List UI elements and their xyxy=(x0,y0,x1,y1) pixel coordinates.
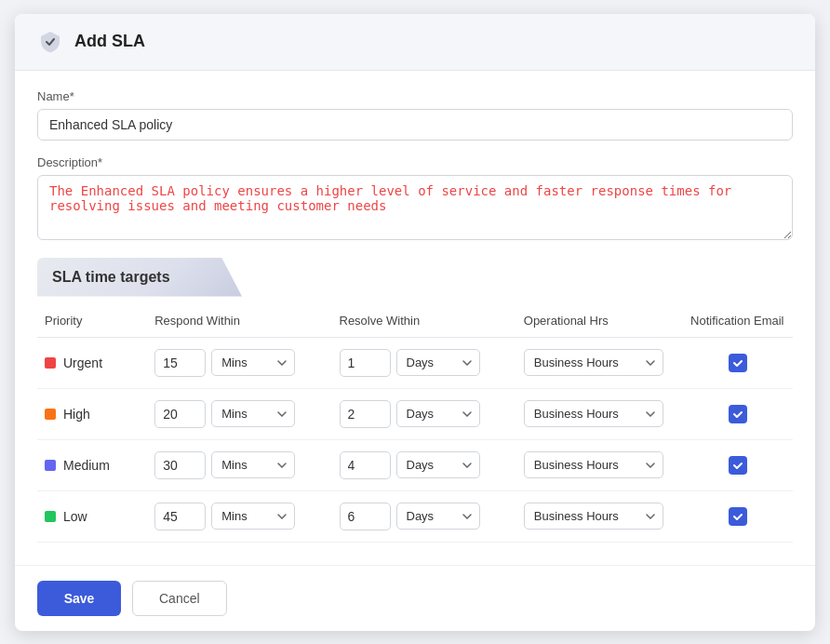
ops-select[interactable]: Business HoursCalendar Hours24/7 xyxy=(524,349,663,376)
resolve-unit-select[interactable]: MinsHoursDays xyxy=(396,451,480,478)
priority-label: Urgent xyxy=(63,356,102,370)
ops-cell: Business HoursCalendar Hours24/7 xyxy=(516,490,683,542)
respond-unit-select[interactable]: MinsHoursDays xyxy=(211,503,295,530)
respond-value-input[interactable] xyxy=(154,451,206,479)
respond-cell: MinsHoursDays xyxy=(147,337,331,388)
resolve-value-input[interactable] xyxy=(340,349,391,377)
notif-checkbox[interactable] xyxy=(729,354,747,372)
name-group: Name* xyxy=(37,89,793,141)
name-input[interactable] xyxy=(37,109,793,141)
resolve-cell: MinsHoursDays xyxy=(332,439,516,490)
description-group: Description* The Enhanced SLA policy ens… xyxy=(37,155,793,243)
priority-label: High xyxy=(63,407,90,422)
resolve-cell: MinsHoursDays xyxy=(332,388,516,439)
description-label: Description* xyxy=(37,155,793,169)
respond-cell: MinsHoursDays xyxy=(147,439,331,490)
resolve-value-input[interactable] xyxy=(340,451,391,479)
modal-body: Name* Description* The Enhanced SLA poli… xyxy=(15,71,815,565)
table-row: Urgent MinsHoursDays MinsHoursDays Busin… xyxy=(37,337,793,388)
col-header-resolve: Resolve Within xyxy=(332,304,516,338)
respond-unit-select[interactable]: MinsHoursDays xyxy=(211,451,295,478)
respond-unit-select[interactable]: MinsHoursDays xyxy=(211,349,295,376)
respond-cell: MinsHoursDays xyxy=(147,490,331,542)
resolve-value-input[interactable] xyxy=(340,400,391,428)
sla-section-title: SLA time targets xyxy=(52,269,170,285)
notif-checkbox[interactable] xyxy=(729,507,747,526)
resolve-unit-select[interactable]: MinsHoursDays xyxy=(396,400,480,427)
ops-select[interactable]: Business HoursCalendar Hours24/7 xyxy=(524,451,663,478)
table-row: Low MinsHoursDays MinsHoursDays Business… xyxy=(37,490,793,542)
modal-header: Add SLA xyxy=(15,14,815,71)
ops-select[interactable]: Business HoursCalendar Hours24/7 xyxy=(524,400,663,427)
sla-icon xyxy=(37,29,63,55)
priority-label: Low xyxy=(63,509,87,524)
col-header-ops: Operational Hrs xyxy=(516,304,683,338)
resolve-unit-select[interactable]: MinsHoursDays xyxy=(396,503,480,530)
ops-select[interactable]: Business HoursCalendar Hours24/7 xyxy=(524,503,663,530)
notif-checkbox[interactable] xyxy=(729,456,747,475)
cancel-button[interactable]: Cancel xyxy=(132,581,227,616)
resolve-value-input[interactable] xyxy=(340,503,391,530)
respond-value-input[interactable] xyxy=(154,503,206,530)
priority-cell: Urgent xyxy=(37,337,147,388)
ops-cell: Business HoursCalendar Hours24/7 xyxy=(516,337,683,388)
description-input[interactable]: The Enhanced SLA policy ensures a higher… xyxy=(37,175,793,240)
notif-cell xyxy=(683,337,793,388)
col-header-respond: Respond Within xyxy=(147,304,331,338)
priority-cell: High xyxy=(37,388,147,439)
notif-cell xyxy=(683,490,793,542)
ops-cell: Business HoursCalendar Hours24/7 xyxy=(516,388,683,439)
priority-cell: Low xyxy=(37,490,147,542)
resolve-cell: MinsHoursDays xyxy=(332,490,516,542)
notif-cell xyxy=(683,388,793,439)
table-row: High MinsHoursDays MinsHoursDays Busines… xyxy=(37,388,793,439)
notif-cell xyxy=(683,439,793,490)
respond-value-input[interactable] xyxy=(154,400,206,428)
col-header-priority: Priority xyxy=(37,304,147,338)
priority-label: Medium xyxy=(63,458,110,473)
respond-cell: MinsHoursDays xyxy=(147,388,331,439)
sla-targets-section: SLA time targets Priority Respond Within… xyxy=(37,258,793,543)
table-row: Medium MinsHoursDays MinsHoursDays Busin… xyxy=(37,439,793,490)
ops-cell: Business HoursCalendar Hours24/7 xyxy=(516,439,683,490)
col-header-notif: Notification Email xyxy=(683,304,793,338)
priority-cell: Medium xyxy=(37,439,147,490)
modal-footer: Save Cancel xyxy=(15,565,815,631)
save-button[interactable]: Save xyxy=(37,581,121,616)
sla-table: Priority Respond Within Resolve Within O… xyxy=(37,304,793,543)
sla-section-header: SLA time targets xyxy=(37,258,242,297)
name-label: Name* xyxy=(37,89,793,103)
notif-checkbox[interactable] xyxy=(729,405,747,423)
respond-value-input[interactable] xyxy=(154,349,206,377)
add-sla-modal: Add SLA Name* Description* The Enhanced … xyxy=(15,14,815,631)
resolve-cell: MinsHoursDays xyxy=(332,337,516,388)
resolve-unit-select[interactable]: MinsHoursDays xyxy=(396,349,480,376)
respond-unit-select[interactable]: MinsHoursDays xyxy=(211,400,295,427)
modal-title: Add SLA xyxy=(74,32,145,51)
